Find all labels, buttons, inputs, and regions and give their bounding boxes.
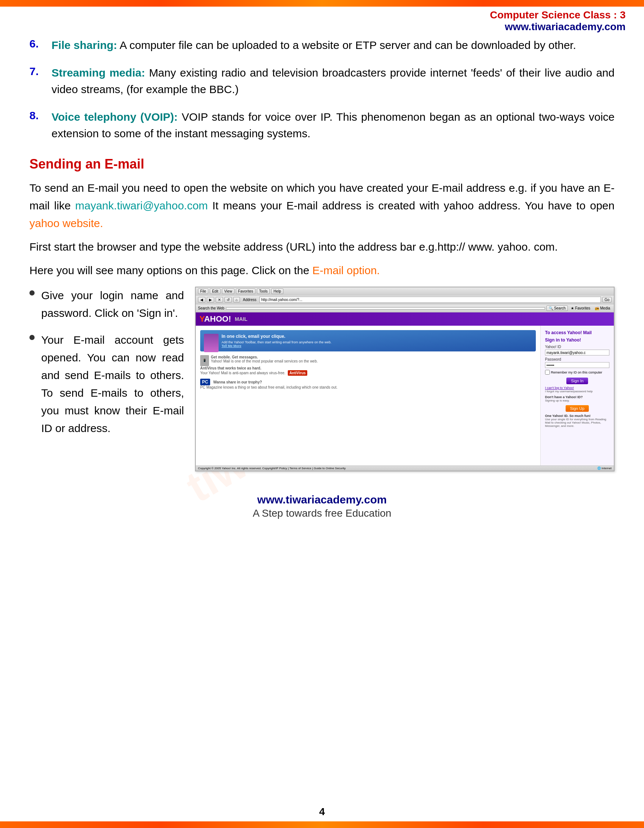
yahoo-id-label: Yahoo! ID [545, 345, 610, 349]
bullet-text-2: Your E-mail account gets opened. You can… [41, 331, 184, 437]
yahoo-address-bar-row: ◀ ▶ ✕ ↺ ⌂ Address http://mail.yahoo.com/… [196, 295, 614, 304]
get-mobile-text: 📱 Get mobile. Get messages. Yahoo! Mail … [200, 355, 536, 363]
yahoo-logo: YAHOO! [199, 314, 231, 324]
list-content-7: Streaming media: Many existing radio and… [52, 64, 614, 97]
list-item-7: 7. Streaming media: Many existing radio … [30, 64, 614, 97]
pc-logo: PC [200, 379, 210, 385]
tb-stop[interactable]: ✕ [216, 297, 223, 303]
keyword-6: File sharing: [52, 39, 117, 51]
yahoo-footer: Copyright © 2005 Yahoo! Inc. All rights … [196, 466, 614, 470]
bullet-dot-2 [30, 335, 34, 340]
para3-start: Here you will see many options on this p… [30, 264, 312, 276]
yahoo-screenshot: File Edit View Favorites Tools Help ◀ ▶ … [195, 287, 614, 471]
bullet-item-2: Your E-mail account gets opened. You can… [30, 331, 184, 437]
bullet-text-1: Give your login name and password. Click… [41, 287, 184, 322]
sign-up-button[interactable]: Sign Up [566, 405, 589, 412]
bullet-item-1: Give your login name and password. Click… [30, 287, 184, 322]
forgot-sub: I forgot my username/password help [545, 390, 610, 393]
footer-tagline: A Step towards free Education [30, 508, 614, 519]
yahoo-search-bar: Search the Web 🔍 Search ★ Favorites 📻 Me… [196, 304, 614, 312]
wanna-text: PC Wanna share in our trophy? PC Magazin… [200, 379, 536, 389]
bullets-column: Give your login name and password. Click… [30, 287, 184, 446]
promo-sub: Add the Yahoo! Toolbar, then start writi… [204, 340, 532, 344]
list-content-6: File sharing: A computer file can be upl… [52, 37, 614, 53]
address-label: Address [241, 298, 258, 302]
tb-tools[interactable]: Tools [257, 289, 270, 294]
para1-cont: It means your E-mail address is created … [208, 199, 614, 212]
section-para1: To send an E-mail you need to open the w… [30, 179, 614, 232]
keyword-8: Voice telephony (VOIP): [52, 111, 178, 123]
search-label: Search the Web [198, 306, 224, 310]
section-para3: Here you will see many options on this p… [30, 262, 614, 279]
yahoo-left-content: In one click, email your clique. Add the… [196, 326, 540, 466]
tb-edit[interactable]: Edit [210, 289, 221, 294]
search-input[interactable] [226, 307, 545, 309]
search-btn[interactable]: 🔍 Search [547, 306, 568, 311]
tb-forward[interactable]: ▶ [207, 297, 214, 303]
one-id-title: One Yahoo! ID. So much fun! [545, 414, 610, 418]
top-border [0, 0, 644, 6]
two-column-section: Give your login name and password. Click… [30, 287, 614, 471]
tb-help[interactable]: Help [271, 289, 284, 294]
text-6: A computer file can be uploaded to a web… [117, 39, 576, 51]
promo-title: In one click, email your clique. [204, 334, 532, 339]
sign-in-button[interactable]: Sign In [566, 378, 588, 384]
yahoo-screenshot-col: File Edit View Favorites Tools Help ◀ ▶ … [195, 287, 614, 471]
password-label: Password [545, 358, 610, 361]
tb-view[interactable]: View [222, 289, 234, 294]
list-number-6: 6. [30, 37, 52, 50]
password-input[interactable] [545, 362, 610, 368]
tb-refresh[interactable]: ↺ [224, 297, 232, 303]
media-label: 📻 Media [593, 306, 612, 310]
list-item-6: 6. File sharing: A computer file can be … [30, 37, 614, 53]
remember-label: Remember my ID on this computer [551, 370, 602, 374]
antivirus-badge: AntiVirus [288, 370, 307, 376]
header-block: Computer Science Class : 3 www.tiwariaca… [490, 9, 625, 33]
email-highlight: mayank.tiwari@yahoo.com [75, 199, 208, 212]
no-account-text: Don't have a Yahoo! ID? [545, 395, 610, 399]
email-option: E-mail option. [312, 264, 380, 276]
promo-link[interactable]: Tell Me More [204, 344, 532, 348]
sign-up-btn-row: Sign Up [545, 404, 610, 412]
tb-file[interactable]: File [198, 289, 208, 294]
keyword-7: Streaming media: [52, 67, 145, 79]
yahoo-toolbar: File Edit View Favorites Tools Help [196, 287, 614, 295]
tb-home[interactable]: ⌂ [233, 297, 240, 303]
yahoo-header: YAHOO! MAIL [196, 312, 614, 326]
remember-row: Remember my ID on this computer [545, 370, 610, 375]
class-title: Computer Science Class : 3 [490, 9, 625, 21]
list-item-8: 8. Voice telephony (VOIP): VOIP stands f… [30, 108, 614, 142]
main-content: 6. File sharing: A computer file can be … [30, 37, 614, 541]
sign-in-title: To access Yahoo! Mail [545, 330, 610, 335]
sign-in-sub: Sign in to Yahoo! [545, 337, 610, 343]
tb-favorites[interactable]: Favorites [236, 289, 255, 294]
list-number-8: 8. [30, 108, 52, 122]
address-bar[interactable]: http://mail.yahoo.com/?... [259, 296, 601, 303]
yahoo-sign-in-panel: To access Yahoo! Mail Sign in to Yahoo! … [540, 326, 614, 466]
section-heading: Sending an E-mail [30, 157, 614, 172]
tb-back[interactable]: ◀ [198, 297, 205, 303]
sign-in-btn-row: Sign In [545, 376, 610, 384]
page-number: 4 [319, 806, 325, 818]
antivirus-text: AntiVirus that works twice as hard. Your… [200, 366, 536, 376]
yahoo-highlight: yahoo website. [30, 217, 103, 229]
one-id-sub: Use your single ID for everything from R… [545, 418, 610, 428]
footer-left: Copyright © 2005 Yahoo! Inc. All rights … [198, 467, 346, 470]
header-website: www.tiwariacademy.com [490, 21, 625, 33]
signing-sub: Signing up is easy. [545, 399, 610, 402]
tb-go[interactable]: Go [602, 297, 612, 303]
list-number-7: 7. [30, 64, 52, 78]
favorites-label: ★ Favorites [569, 306, 592, 310]
yahoo-promo: In one click, email your clique. Add the… [200, 330, 536, 351]
remember-checkbox[interactable] [545, 370, 550, 375]
yahoo-id-input[interactable] [545, 350, 610, 356]
yahoo-mail-label: MAIL [235, 316, 247, 322]
forgot-link[interactable]: I can't log to Yahoo! [545, 386, 610, 390]
footer-right: 🌐 Internet [597, 467, 612, 470]
section-para2: First start the browser and type the web… [30, 238, 614, 256]
footer-website: www.tiwariacademy.com [30, 494, 614, 506]
list-content-8: Voice telephony (VOIP): VOIP stands for … [52, 108, 614, 142]
bullet-dot-1 [30, 290, 34, 295]
bottom-border [0, 822, 644, 828]
page-footer: www.tiwariacademy.com A Step towards fre… [30, 494, 614, 541]
